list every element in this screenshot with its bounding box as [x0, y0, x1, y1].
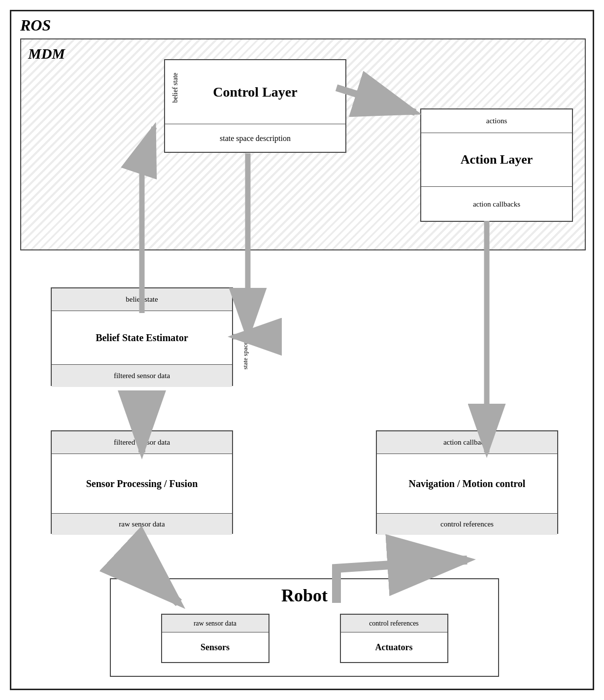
- bse-mid: Belief State Estimator: [52, 311, 232, 364]
- sp-title: Sensor Processing / Fusion: [86, 477, 198, 490]
- action-layer-title: Action Layer: [461, 152, 533, 167]
- sensors-top: raw sensor data: [162, 615, 268, 632]
- robot-box: Robot raw sensor data Sensors control re…: [110, 578, 499, 677]
- navigation-box: action callbacks Navigation / Motion con…: [376, 430, 558, 534]
- action-layer-mid: Action Layer: [421, 133, 572, 186]
- actuators-title: Actuators: [341, 632, 447, 662]
- sensors-box: raw sensor data Sensors: [161, 614, 269, 663]
- nav-top: action callbacks: [377, 431, 557, 454]
- control-layer-subtitle: state space description: [165, 124, 345, 153]
- sensors-title: Sensors: [162, 632, 268, 662]
- action-layer-box: actions Action Layer action callbacks: [420, 108, 573, 222]
- belief-state-label: belief state: [171, 61, 179, 115]
- mdm-box: MDM Control Layer state space descriptio…: [20, 38, 586, 250]
- control-layer-title: Control Layer: [213, 84, 297, 100]
- nav-bottom: control references: [377, 513, 557, 535]
- control-layer-box: Control Layer state space description: [164, 59, 346, 153]
- action-layer-top: actions: [421, 109, 572, 133]
- action-layer-bottom: action callbacks: [421, 186, 572, 222]
- robot-title: Robot: [111, 579, 498, 614]
- robot-inner: raw sensor data Sensors control referenc…: [111, 614, 498, 663]
- actuators-box: control references Actuators: [340, 614, 448, 663]
- control-layer-top: Control Layer: [165, 60, 345, 124]
- bse-title: Belief State Estimator: [96, 332, 188, 344]
- actuators-top: control references: [341, 615, 447, 632]
- bse-bottom: filtered sensor data: [52, 364, 232, 387]
- bse-top: belief state: [52, 288, 232, 311]
- sp-top: filtered sensor data: [52, 431, 232, 454]
- mdm-label: MDM: [28, 45, 65, 62]
- belief-state-estimator-box: belief state Belief State Estimator filt…: [51, 287, 233, 386]
- sp-bottom: raw sensor data: [52, 513, 232, 535]
- nav-title: Navigation / Motion control: [409, 477, 526, 490]
- sensor-processing-box: filtered sensor data Sensor Processing /…: [51, 430, 233, 534]
- nav-mid: Navigation / Motion control: [377, 454, 557, 513]
- actions-label-rotated: actions: [360, 68, 368, 107]
- ros-label: ROS: [20, 16, 51, 35]
- ssd-rotated-label: state space description: [241, 309, 249, 373]
- sp-mid: Sensor Processing / Fusion: [52, 454, 232, 513]
- ros-container: ROS MDM Control Layer state space descri…: [10, 10, 594, 690]
